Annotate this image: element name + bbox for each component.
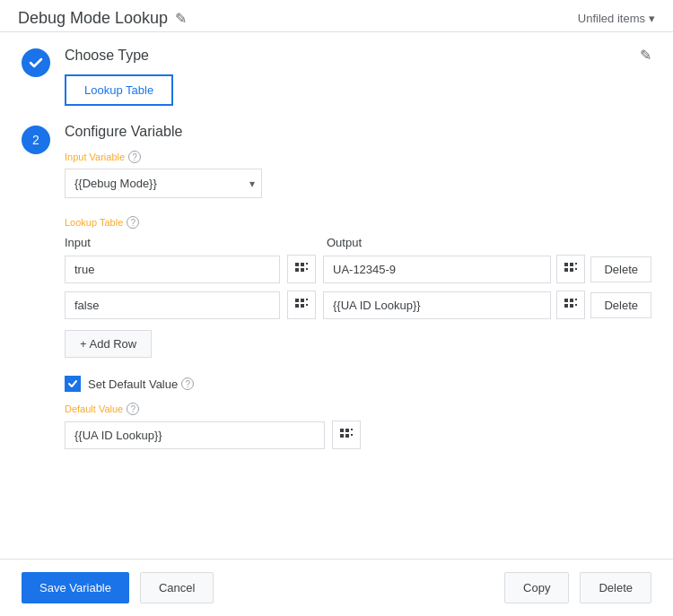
- row1-output-cell: Delete: [323, 255, 651, 283]
- row1-delete-button[interactable]: Delete: [590, 256, 651, 282]
- input-variable-help-icon[interactable]: ?: [128, 151, 141, 163]
- insert-variable-icon-5: [339, 428, 354, 442]
- footer: Save Variable Cancel Copy Delete: [0, 559, 673, 616]
- svg-rect-13: [301, 299, 304, 302]
- choose-type-title: Choose Type: [65, 48, 149, 64]
- lookup-table-label: Lookup Table: [65, 217, 123, 228]
- svg-rect-23: [575, 304, 577, 306]
- footer-right-buttons: Copy Delete: [504, 572, 651, 603]
- set-default-label-text: Set Default Value ?: [88, 377, 194, 391]
- input-variable-label: Input Variable: [65, 152, 125, 162]
- input-variable-select-wrapper: {{Debug Mode}} ▾: [65, 169, 262, 198]
- svg-rect-19: [570, 299, 573, 302]
- copy-button[interactable]: Copy: [504, 572, 569, 603]
- svg-rect-20: [564, 304, 568, 308]
- row2-input-field[interactable]: [65, 291, 280, 319]
- configure-variable-header: Configure Variable: [65, 124, 651, 140]
- configure-variable-section: 2 Configure Variable Input Variable ? {{…: [22, 124, 651, 467]
- default-value-input[interactable]: [65, 421, 325, 449]
- svg-rect-12: [295, 299, 299, 302]
- svg-rect-15: [301, 304, 304, 308]
- set-default-help-icon[interactable]: ?: [181, 377, 194, 390]
- step2-number: 2: [32, 133, 39, 147]
- cancel-button[interactable]: Cancel: [140, 572, 214, 603]
- unfiled-label: Unfiled items: [578, 12, 645, 25]
- svg-rect-6: [564, 263, 568, 266]
- col-output-header: Output: [327, 236, 362, 249]
- main-content: Choose Type ✎ Lookup Table 2 Configure V…: [0, 32, 673, 499]
- choose-type-section: Choose Type ✎ Lookup Table: [22, 47, 651, 106]
- row1-output-insert-btn[interactable]: [556, 255, 585, 283]
- svg-rect-1: [301, 263, 304, 266]
- table-row: Delete: [65, 291, 651, 319]
- lookup-table-help-icon[interactable]: ?: [127, 216, 139, 229]
- page-title: Debug Mode Lookup: [18, 9, 168, 28]
- table-row: Delete: [65, 255, 651, 283]
- svg-rect-29: [351, 434, 353, 436]
- choose-type-content: Choose Type ✎ Lookup Table: [65, 47, 651, 106]
- footer-delete-button[interactable]: Delete: [580, 572, 651, 603]
- col-input-header: Input: [65, 236, 280, 249]
- svg-rect-26: [340, 434, 344, 438]
- title-edit-icon[interactable]: ✎: [175, 10, 187, 27]
- step1-icon: [22, 48, 50, 77]
- svg-rect-27: [345, 434, 349, 438]
- insert-variable-icon-3: [294, 298, 309, 312]
- default-value-label-area: Default Value ?: [65, 403, 651, 415]
- svg-rect-11: [575, 268, 577, 270]
- save-variable-button[interactable]: Save Variable: [22, 572, 129, 603]
- checkbox-checkmark-icon: [67, 378, 78, 389]
- row2-delete-button[interactable]: Delete: [590, 292, 651, 318]
- svg-rect-18: [564, 299, 568, 302]
- input-variable-label-area: Input Variable ?: [65, 151, 651, 163]
- svg-rect-10: [575, 263, 577, 265]
- default-value-wrapper: Default Value ?: [65, 403, 651, 449]
- svg-rect-2: [295, 268, 299, 272]
- row1-input-cell: [65, 256, 280, 283]
- top-bar: Debug Mode Lookup ✎ Unfiled items ▾: [0, 0, 673, 32]
- unfiled-items-menu[interactable]: Unfiled items ▾: [578, 12, 655, 25]
- default-value-input-row: [65, 421, 651, 449]
- row2-output-cell: Delete: [323, 291, 651, 319]
- choose-type-edit-icon[interactable]: ✎: [640, 47, 651, 64]
- lookup-table-label-area: Lookup Table ?: [65, 216, 651, 229]
- svg-rect-25: [345, 429, 349, 432]
- unfiled-dropdown-arrow: ▾: [649, 12, 655, 25]
- svg-rect-3: [301, 268, 304, 272]
- insert-variable-icon-4: [564, 298, 578, 312]
- svg-rect-24: [340, 429, 344, 432]
- default-value-help-icon[interactable]: ?: [127, 403, 139, 415]
- set-default-checkbox-row: Set Default Value ?: [65, 376, 651, 392]
- choose-type-header: Choose Type ✎: [65, 47, 651, 64]
- default-value-insert-btn[interactable]: [332, 421, 361, 449]
- row1-input-insert-btn[interactable]: [287, 255, 316, 283]
- svg-rect-5: [306, 268, 308, 270]
- row2-input-insert-btn[interactable]: [287, 291, 316, 319]
- svg-rect-28: [351, 429, 353, 430]
- svg-rect-7: [570, 263, 573, 266]
- row1-input-field[interactable]: [65, 256, 280, 283]
- row2-input-cell: [65, 291, 280, 319]
- configure-variable-content: Configure Variable Input Variable ? {{De…: [65, 124, 651, 467]
- lookup-table-button[interactable]: Lookup Table: [65, 74, 173, 106]
- svg-rect-0: [295, 263, 299, 266]
- checkmark-icon: [27, 54, 45, 72]
- configure-variable-title: Configure Variable: [65, 124, 182, 140]
- insert-variable-icon: [294, 262, 309, 276]
- default-value-section: Set Default Value ? Default Value ?: [65, 376, 651, 449]
- add-row-button[interactable]: + Add Row: [65, 330, 152, 358]
- svg-rect-16: [306, 299, 308, 300]
- page-title-area: Debug Mode Lookup ✎: [18, 9, 187, 28]
- insert-variable-icon-2: [564, 262, 578, 276]
- row2-output-field[interactable]: [323, 291, 551, 319]
- svg-rect-17: [306, 304, 308, 306]
- table-headers: Input Output: [65, 236, 651, 249]
- step2-icon: 2: [22, 126, 50, 154]
- svg-rect-21: [570, 304, 573, 308]
- row2-output-insert-btn[interactable]: [556, 291, 585, 319]
- row1-output-field[interactable]: [323, 256, 551, 283]
- set-default-checkbox[interactable]: [65, 376, 81, 392]
- svg-rect-22: [575, 299, 577, 300]
- input-variable-select[interactable]: {{Debug Mode}}: [65, 169, 262, 198]
- svg-rect-9: [570, 268, 573, 272]
